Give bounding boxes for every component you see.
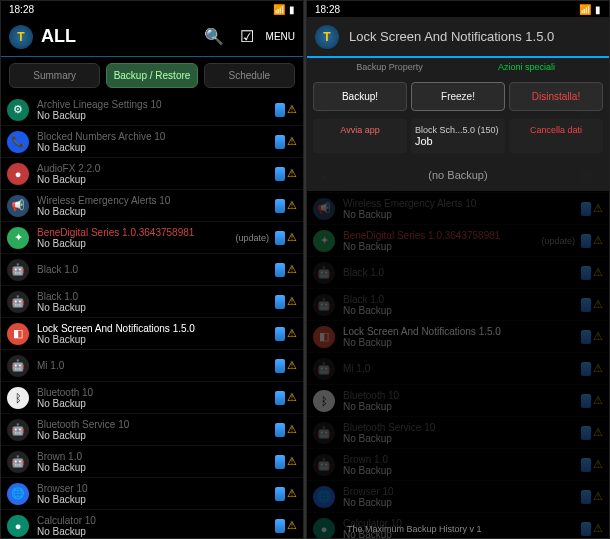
app-name-label: AudioFX 2.2.0: [37, 163, 275, 174]
app-row[interactable]: ᛒBluetooth 10No Backup⚠: [307, 385, 609, 417]
app-badges: ⚠: [275, 423, 297, 437]
app-status-label: No Backup: [343, 433, 581, 444]
app-row[interactable]: ⚙Archive Lineage Settings 10No Backup⚠: [1, 94, 303, 126]
app-info: Brown 1.0No Backup: [37, 451, 275, 473]
tabs: Summary Backup / Restore Schedule: [1, 57, 303, 94]
app-row[interactable]: 📞Blocked Numbers Archive 10No Backup⚠: [1, 126, 303, 158]
launch-app-button[interactable]: Avvia app: [313, 119, 407, 153]
warning-icon: ⚠: [287, 359, 297, 373]
app-row[interactable]: 🤖Black 1.0⚠: [307, 257, 609, 289]
device-icon: [581, 202, 591, 216]
app-row[interactable]: 🤖Bluetooth Service 10No Backup⚠: [307, 417, 609, 449]
warning-icon: ⚠: [593, 202, 603, 216]
app-status-label: No Backup: [343, 497, 581, 508]
device-icon: [275, 231, 285, 245]
app-row[interactable]: ●AudioFX 2.2.0No Backup⚠: [1, 158, 303, 190]
app-logo-icon[interactable]: T: [315, 25, 339, 49]
app-icon: 🤖: [7, 291, 29, 313]
app-badges: ⚠: [275, 167, 297, 181]
battery-icon: ▮: [289, 4, 295, 15]
app-name-label: Calculator 10: [37, 515, 275, 526]
app-row[interactable]: 🌐Browser 10No Backup⚠: [307, 481, 609, 513]
device-icon: [275, 199, 285, 213]
clear-data-button[interactable]: Cancella dati: [509, 119, 603, 153]
app-row[interactable]: ●Calculator 10No Backup⚠: [1, 510, 303, 539]
app-badges: ⚠: [581, 362, 603, 376]
app-row[interactable]: ◧Lock Screen And Notifications 1.5.0No B…: [1, 318, 303, 350]
app-row[interactable]: 🤖Mi 1.0⚠: [1, 350, 303, 382]
app-row[interactable]: 📢Wireless Emergency Alerts 10No Backup⚠: [1, 190, 303, 222]
app-name-label: Lock Screen And Notifications 1.5.0: [37, 323, 275, 334]
app-row[interactable]: ᛒBluetooth 10No Backup⚠: [1, 382, 303, 414]
app-name-label: Bluetooth Service 10: [343, 422, 581, 433]
app-row[interactable]: 🤖Black 1.0No Backup⚠: [1, 286, 303, 318]
uninstall-button[interactable]: Disinstalla!: [509, 82, 603, 111]
app-name-label: Mi 1.0: [343, 363, 581, 374]
app-row[interactable]: 📢Wireless Emergency Alerts 10No Backup⚠: [307, 193, 609, 225]
warning-icon: ⚠: [287, 103, 297, 117]
app-icon: 🤖: [7, 451, 29, 473]
app-status-label: No Backup: [37, 142, 275, 153]
app-badges: ⚠: [275, 519, 297, 533]
app-badges: ⚠: [275, 455, 297, 469]
app-badges: ⚠: [581, 298, 603, 312]
app-status-label: No Backup: [37, 110, 275, 121]
app-logo-icon[interactable]: T: [9, 25, 33, 49]
backup-button[interactable]: Backup!: [313, 82, 407, 111]
app-badges: ⚠: [275, 327, 297, 341]
app-badges: ⚠: [581, 202, 603, 216]
no-backup-label: (no Backup): [307, 159, 609, 191]
app-name-label: Browser 10: [37, 483, 275, 494]
app-icon: 🌐: [313, 486, 335, 508]
app-info-box: Block Sch...5.0 (150) Job: [411, 119, 505, 153]
status-bar: 18:28 📶 ▮: [307, 1, 609, 17]
app-status-label: No Backup: [343, 209, 581, 220]
app-row[interactable]: ◧Lock Screen And Notifications 1.5.0No B…: [307, 321, 609, 353]
device-icon: [275, 327, 285, 341]
search-icon[interactable]: 🔍: [200, 23, 228, 50]
warning-icon: ⚠: [287, 199, 297, 213]
app-status-label: No Backup: [343, 241, 541, 252]
app-row[interactable]: 🤖Bluetooth Service 10No Backup⚠: [1, 414, 303, 446]
app-row[interactable]: 🤖Black 1.0No Backup⚠: [307, 289, 609, 321]
dialog-actions: Backup! Freeze! Disinstalla!: [307, 76, 609, 117]
update-label: (update): [541, 236, 575, 246]
app-row[interactable]: 🤖Brown 1.0No Backup⚠: [1, 446, 303, 478]
app-badges: (update)⚠: [235, 231, 297, 245]
warning-icon: ⚠: [593, 330, 603, 344]
backup-property-tab[interactable]: Backup Property: [321, 62, 458, 72]
app-icon: 🤖: [313, 422, 335, 444]
app-row[interactable]: 🤖Black 1.0⚠: [1, 254, 303, 286]
freeze-button[interactable]: Freeze!: [411, 82, 505, 111]
device-icon: [275, 103, 285, 117]
app-name-label: Brown 1.0: [343, 454, 581, 465]
app-info: Black 1.0No Backup: [37, 291, 275, 313]
app-row[interactable]: ✦BeneDigital Series 1.0.3643758981No Bac…: [1, 222, 303, 254]
app-name-label: Bluetooth 10: [37, 387, 275, 398]
device-icon: [581, 522, 591, 536]
app-list[interactable]: ⚙Archive Lineage Settings 10No Backup⚠📞B…: [1, 94, 303, 539]
app-icon: 🤖: [313, 262, 335, 284]
app-icon: ✦: [7, 227, 29, 249]
device-icon: [581, 234, 591, 248]
app-name-label: Mi 1.0: [37, 360, 275, 371]
app-icon: 📢: [7, 195, 29, 217]
select-icon[interactable]: ☑: [236, 23, 258, 50]
app-badges: ⚠: [581, 330, 603, 344]
app-icon: ◧: [313, 326, 335, 348]
app-status-label: No Backup: [37, 238, 235, 249]
menu-button[interactable]: MENU: [266, 31, 295, 42]
status-bar: 18:28 📶 ▮: [1, 1, 303, 17]
special-actions-tab[interactable]: Azioni speciali: [458, 62, 595, 72]
app-row[interactable]: 🤖Brown 1.0No Backup⚠: [307, 449, 609, 481]
app-status-label: No Backup: [37, 206, 275, 217]
tab-backup-restore[interactable]: Backup / Restore: [106, 63, 197, 88]
device-icon: [581, 330, 591, 344]
app-badges: ⚠: [275, 359, 297, 373]
app-row[interactable]: ✦BeneDigital Series 1.0.3643758981No Bac…: [307, 225, 609, 257]
tab-summary[interactable]: Summary: [9, 63, 100, 88]
app-header: T ALL 🔍 ☑ MENU: [1, 17, 303, 57]
app-row[interactable]: 🌐Browser 10No Backup⚠: [1, 478, 303, 510]
tab-schedule[interactable]: Schedule: [204, 63, 295, 88]
app-row[interactable]: 🤖Mi 1.0⚠: [307, 353, 609, 385]
